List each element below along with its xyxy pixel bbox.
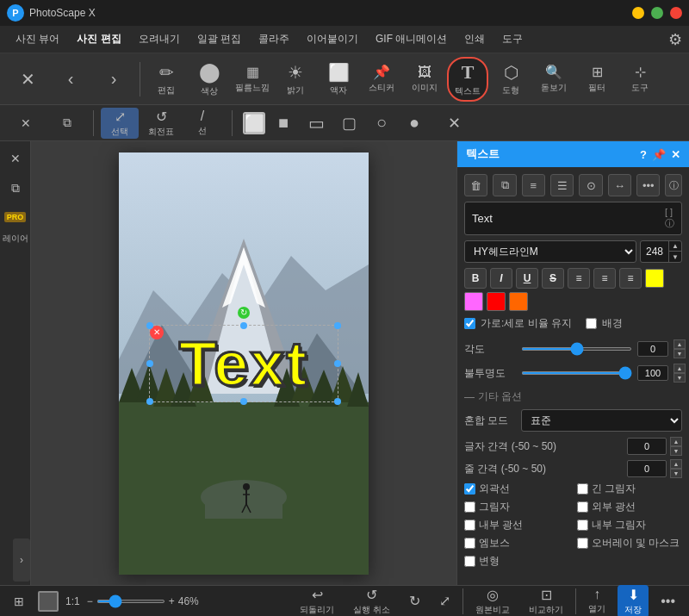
tool-forward[interactable]: › xyxy=(93,57,134,102)
char-down[interactable]: ▼ xyxy=(670,446,682,456)
line-spacing-input[interactable] xyxy=(627,460,667,477)
compare2-btn[interactable]: ⊡ 비교하기 xyxy=(522,585,570,617)
tool-image[interactable]: 🖼 이미지 xyxy=(404,57,445,102)
layer-button[interactable]: 레이어 xyxy=(3,233,28,245)
angle-up[interactable]: ▲ xyxy=(673,339,686,349)
inner-glow-cb-label[interactable]: 내부 광선 xyxy=(464,518,570,532)
undo-btn[interactable]: ↺ 실행 취소 xyxy=(346,585,397,617)
toolbar2-close[interactable]: ✕ xyxy=(7,108,45,139)
duplicate-btn[interactable]: ⧉ xyxy=(493,174,516,196)
emboss-cb-label[interactable]: 엠보스 xyxy=(464,536,570,551)
delete-layer-btn[interactable]: 🗑 xyxy=(464,174,487,196)
transform-cb-label[interactable]: 변형 xyxy=(464,554,570,569)
underline-btn[interactable]: U xyxy=(516,268,538,289)
inner-glow-checkbox[interactable] xyxy=(464,520,475,531)
undo-all-btn[interactable]: ↩ 되돌리기 xyxy=(293,585,341,617)
close-button[interactable] xyxy=(670,7,682,19)
char-spacing-input[interactable] xyxy=(627,438,667,455)
italic-btn[interactable]: I xyxy=(490,268,512,289)
shape-circle-filled[interactable]: ● xyxy=(400,109,429,138)
tool-frame[interactable]: ⬜ 액자 xyxy=(318,57,359,102)
flip-btn[interactable]: ↔ xyxy=(608,174,631,196)
align-btn[interactable]: ≡ xyxy=(522,174,545,196)
panel-pin-icon[interactable]: 📌 xyxy=(652,148,666,161)
toolbar2-copy[interactable]: ⧉ xyxy=(48,108,86,139)
menu-print[interactable]: 인쇄 xyxy=(456,28,493,50)
menu-cut[interactable]: 오려내기 xyxy=(130,28,189,50)
zoom-slider[interactable] xyxy=(96,600,165,603)
sidebar-close[interactable]: ✕ xyxy=(2,145,29,172)
line-down[interactable]: ▼ xyxy=(670,469,682,478)
color-swatch-orange[interactable] xyxy=(509,292,528,311)
tool-shape[interactable]: ⬡ 도형 xyxy=(490,57,531,102)
angle-value[interactable]: 0 xyxy=(637,341,668,357)
sidebar-copy[interactable]: ⧉ xyxy=(2,174,29,202)
ratio-btn[interactable]: 1:1 xyxy=(65,595,80,607)
font-size-up[interactable]: ▲ xyxy=(669,241,681,252)
angle-down[interactable]: ▼ xyxy=(673,349,686,358)
shape-rect-outline[interactable]: ▭ xyxy=(301,109,331,138)
char-up[interactable]: ▲ xyxy=(670,437,682,446)
overlay-mask-cb-label[interactable]: 오버레이 및 마스크 xyxy=(577,536,683,551)
color-swatch-yellow[interactable] xyxy=(645,269,664,288)
minimize-button[interactable] xyxy=(632,7,644,19)
strikethrough-btn[interactable]: S xyxy=(542,268,564,289)
emboss-checkbox[interactable] xyxy=(464,538,475,549)
menu-batch[interactable]: 일괄 편집 xyxy=(189,28,250,50)
redo-btn[interactable]: ↻ xyxy=(402,591,427,611)
bg-checkbox[interactable] xyxy=(586,318,597,329)
menu-stitch[interactable]: 이어붙이기 xyxy=(298,28,367,50)
tool-light[interactable]: ☀ 밝기 xyxy=(275,57,316,102)
bold-btn[interactable]: B xyxy=(464,268,487,289)
align-center-btn[interactable]: ≡ xyxy=(593,268,616,289)
menu-collage[interactable]: 콜라주 xyxy=(250,28,298,50)
outline-checkbox[interactable] xyxy=(464,483,475,495)
ratio-checkbox-label[interactable]: 가로:세로 비율 유지 xyxy=(464,316,572,331)
tool-text[interactable]: T 텍스트 xyxy=(447,57,488,102)
transform-checkbox[interactable] xyxy=(464,556,475,567)
shadow-cb-label[interactable]: 그림자 xyxy=(464,500,570,514)
tool-line[interactable]: / 선 xyxy=(183,108,221,139)
shape-square-outline[interactable]: ⬜ xyxy=(243,112,265,134)
zoom-plus[interactable]: + xyxy=(169,595,175,607)
tool-close[interactable]: ✕ xyxy=(7,57,48,102)
align-right-btn[interactable]: ≡ xyxy=(619,268,642,289)
overlay-mask-checkbox[interactable] xyxy=(577,538,588,549)
menu-gif[interactable]: GIF 애니메이션 xyxy=(367,28,456,50)
angle-slider[interactable] xyxy=(521,347,632,351)
opacity-slider[interactable] xyxy=(521,371,632,375)
more-btn[interactable]: ••• xyxy=(636,174,660,196)
original-btn[interactable]: ◎ 원본비교 xyxy=(469,585,517,617)
shape-circle-outline[interactable]: ○ xyxy=(367,109,396,138)
transform-btn[interactable]: ⊙ xyxy=(579,174,602,196)
tool-filter2[interactable]: ⊞ 필터 xyxy=(576,57,618,102)
inner-shadow-checkbox[interactable] xyxy=(577,520,588,531)
tool-sticker[interactable]: 📌 스티커 xyxy=(361,57,402,102)
opacity-down[interactable]: ▼ xyxy=(673,373,686,383)
settings-icon[interactable]: ⚙ xyxy=(668,30,682,49)
opacity-up[interactable]: ▲ xyxy=(673,364,686,373)
panel-close-icon[interactable]: ✕ xyxy=(671,148,680,161)
color-swatch-red[interactable] xyxy=(487,292,506,311)
long-shadow-cb-label[interactable]: 긴 그림자 xyxy=(577,482,683,496)
sidebar-arrow[interactable]: › xyxy=(13,538,30,582)
menu-photo-viewer[interactable]: 사진 뷰어 xyxy=(7,28,68,50)
info-btn[interactable]: ⓘ xyxy=(665,174,682,196)
bg-checkbox-label[interactable]: 배경 xyxy=(586,316,623,331)
save-btn[interactable]: ⬇ 저장 xyxy=(618,585,649,617)
canvas[interactable]: ↻ ✕ Text xyxy=(119,152,369,575)
tool-filter[interactable]: ▦ 필름느낌 xyxy=(232,57,273,102)
panel-help-icon[interactable]: ? xyxy=(640,148,647,161)
outer-glow-checkbox[interactable] xyxy=(577,501,588,513)
zoom-minus[interactable]: − xyxy=(87,595,93,607)
maximize-button[interactable] xyxy=(651,7,663,19)
shape-close[interactable]: ✕ xyxy=(439,109,469,138)
menu-tools[interactable]: 도구 xyxy=(493,28,531,50)
shadow-checkbox[interactable] xyxy=(464,501,475,513)
tool-edit[interactable]: ✏ 편집 xyxy=(146,57,187,102)
align-left-btn[interactable]: ≡ xyxy=(568,268,590,289)
font-size-down[interactable]: ▼ xyxy=(669,252,681,262)
blend-mode-select[interactable]: 표준 xyxy=(521,409,682,432)
window-controls[interactable] xyxy=(632,7,682,19)
more-actions-btn[interactable]: ••• xyxy=(654,592,682,611)
